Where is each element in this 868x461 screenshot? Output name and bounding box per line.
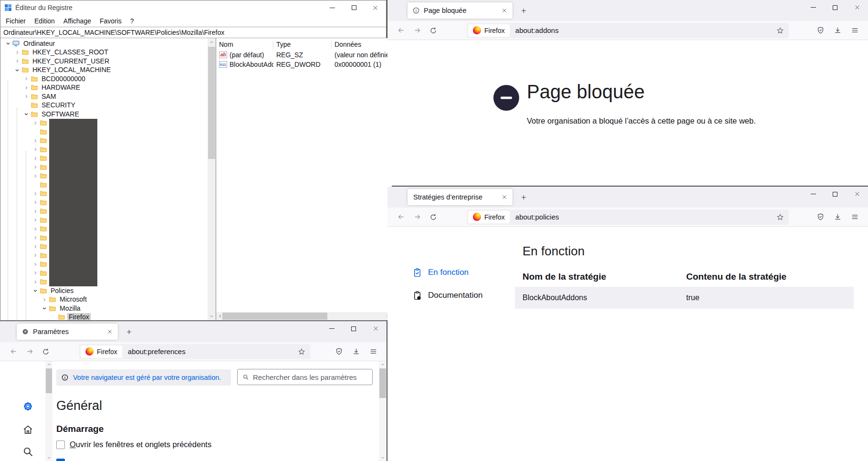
scrollbar-thumb[interactable] bbox=[379, 368, 386, 398]
firefox-identity-chip[interactable]: Firefox bbox=[468, 211, 510, 223]
expand-chevron-icon[interactable] bbox=[31, 278, 39, 285]
partially-visible-checkbox[interactable] bbox=[56, 459, 65, 461]
collapse-chevron-icon[interactable] bbox=[41, 305, 48, 312]
url-text[interactable]: about:policies bbox=[515, 213, 776, 221]
expand-chevron-icon[interactable] bbox=[31, 234, 39, 241]
tree-item-redacted[interactable] bbox=[0, 127, 208, 136]
bookmark-star-icon[interactable] bbox=[298, 348, 305, 356]
expand-chevron-icon[interactable] bbox=[31, 252, 39, 259]
window-scrollbar[interactable] bbox=[379, 361, 387, 461]
tree-item-redacted[interactable] bbox=[0, 172, 208, 181]
tree-item-security[interactable]: SECURITY bbox=[0, 101, 208, 110]
sidebar-item-en-fonction[interactable]: En fonction bbox=[412, 266, 469, 279]
expand-chevron-icon[interactable] bbox=[41, 296, 48, 303]
expand-chevron-icon[interactable] bbox=[31, 270, 39, 277]
tree-item-hkey-local-machine[interactable]: HKEY_LOCAL_MACHINE bbox=[0, 66, 208, 75]
tree-item-hardware[interactable]: HARDWARE bbox=[0, 84, 208, 93]
tree-item-redacted[interactable] bbox=[0, 180, 208, 189]
tree-item-microsoft[interactable]: Microsoft bbox=[0, 295, 208, 304]
forward-button[interactable] bbox=[22, 344, 37, 359]
forward-button[interactable] bbox=[409, 210, 425, 225]
new-tab-button[interactable] bbox=[122, 325, 136, 339]
tree-item-redacted[interactable] bbox=[0, 119, 208, 128]
downloads-icon[interactable] bbox=[830, 23, 845, 38]
settings-search-input[interactable]: Rechercher dans les paramètres bbox=[237, 369, 373, 385]
tab-strategies-entreprise[interactable]: Stratégies d’entreprise bbox=[408, 189, 512, 205]
url-text[interactable]: about:addons bbox=[515, 26, 776, 34]
expand-chevron-icon[interactable] bbox=[31, 137, 39, 144]
collapse-chevron-icon[interactable] bbox=[13, 66, 21, 73]
scroll-down-arrow[interactable] bbox=[208, 312, 216, 320]
sidebar-item-home[interactable] bbox=[21, 423, 34, 436]
tree-vertical-scrollbar[interactable] bbox=[208, 38, 216, 320]
tree-item-mozilla[interactable]: Mozilla bbox=[0, 304, 208, 313]
expand-chevron-icon[interactable] bbox=[31, 199, 39, 206]
expand-chevron-icon[interactable] bbox=[31, 155, 39, 162]
reload-button[interactable] bbox=[38, 344, 53, 359]
firefox-identity-chip[interactable]: Firefox bbox=[468, 24, 510, 37]
expand-chevron-icon[interactable] bbox=[13, 58, 21, 65]
expand-chevron-icon[interactable] bbox=[31, 208, 39, 215]
tree-item-redacted[interactable] bbox=[0, 207, 208, 216]
sidebar-item-documentation[interactable]: ?Documentation bbox=[412, 289, 482, 302]
tree-item-ordinateur[interactable]: Ordinateur bbox=[0, 39, 208, 48]
scrollbar-thumb[interactable] bbox=[208, 47, 215, 159]
tab-close-icon[interactable] bbox=[499, 192, 510, 202]
tree-item-redacted[interactable] bbox=[0, 189, 208, 199]
column-header-data[interactable]: Données bbox=[332, 41, 392, 49]
maximize-button[interactable] bbox=[343, 0, 365, 15]
restore-session-checkbox[interactable] bbox=[56, 440, 65, 449]
tree-item-redacted[interactable] bbox=[0, 198, 208, 207]
close-button[interactable] bbox=[846, 187, 868, 201]
sidebar-item-search[interactable] bbox=[21, 445, 34, 458]
column-header-name[interactable]: Nom bbox=[216, 41, 273, 49]
expand-chevron-icon[interactable] bbox=[31, 225, 39, 232]
tree-item-redacted[interactable] bbox=[0, 136, 208, 146]
expand-chevron-icon[interactable] bbox=[31, 172, 39, 179]
close-button[interactable] bbox=[365, 321, 387, 336]
maximize-button[interactable] bbox=[824, 0, 846, 15]
forward-button[interactable] bbox=[409, 23, 425, 38]
column-header-type[interactable]: Type bbox=[273, 41, 332, 49]
menu-favoris[interactable]: Favoris bbox=[95, 17, 126, 25]
scroll-up-arrow[interactable] bbox=[379, 361, 387, 368]
expand-chevron-icon[interactable] bbox=[31, 146, 39, 153]
url-bar[interactable]: Firefox about:addons bbox=[467, 23, 789, 38]
tree-item-firefox[interactable]: Firefox bbox=[0, 313, 208, 321]
url-bar[interactable]: Firefox about:preferences bbox=[79, 344, 310, 359]
collapse-chevron-icon[interactable] bbox=[31, 287, 39, 294]
bookmark-star-icon[interactable] bbox=[776, 27, 784, 34]
sidebar-item-general[interactable] bbox=[21, 399, 34, 413]
managed-notice-link[interactable]: Votre navigateur est géré par votre orga… bbox=[73, 374, 221, 381]
expand-chevron-icon[interactable] bbox=[22, 75, 30, 83]
tree-item-redacted[interactable] bbox=[0, 145, 208, 154]
tree-item-software[interactable]: SOFTWARE bbox=[0, 110, 208, 119]
tree-item-redacted[interactable] bbox=[0, 251, 208, 260]
new-tab-button[interactable] bbox=[516, 190, 531, 204]
back-button[interactable] bbox=[6, 344, 21, 359]
tree-item-redacted[interactable] bbox=[0, 278, 208, 287]
tree-item-sam[interactable]: SAM bbox=[0, 92, 208, 101]
close-button[interactable] bbox=[846, 0, 868, 15]
back-button[interactable] bbox=[393, 210, 408, 225]
menu-edition[interactable]: Edition bbox=[30, 17, 59, 25]
expand-chevron-icon[interactable] bbox=[31, 243, 39, 250]
menu-help[interactable]: ? bbox=[126, 17, 138, 25]
minimize-button[interactable] bbox=[322, 0, 343, 15]
restore-session-option[interactable]: Ouvrir les fenêtres et onglets précédent… bbox=[56, 440, 211, 449]
menu-affichage[interactable]: Affichage bbox=[59, 17, 95, 25]
expand-chevron-icon[interactable] bbox=[13, 49, 21, 56]
tab-page-bloquee[interactable]: Page bloquée bbox=[408, 2, 512, 19]
hamburger-menu-icon[interactable] bbox=[366, 344, 381, 359]
firefox-identity-chip[interactable]: Firefox bbox=[81, 346, 122, 358]
tree-item-redacted[interactable] bbox=[0, 216, 208, 225]
protections-shield-icon[interactable] bbox=[331, 344, 346, 359]
menu-fichier[interactable]: Fichier bbox=[1, 17, 30, 25]
tree-item-redacted[interactable] bbox=[0, 269, 208, 278]
minimize-button[interactable] bbox=[802, 187, 824, 201]
registry-value-row[interactable]: ab(par défaut)REG_SZ(valeur non définie) bbox=[216, 50, 392, 60]
tree-item-redacted[interactable] bbox=[0, 242, 208, 251]
tree-item-redacted[interactable] bbox=[0, 225, 208, 234]
url-text[interactable]: about:preferences bbox=[128, 347, 298, 356]
tree-item-hkey-classes-root[interactable]: HKEY_CLASSES_ROOT bbox=[0, 48, 208, 57]
